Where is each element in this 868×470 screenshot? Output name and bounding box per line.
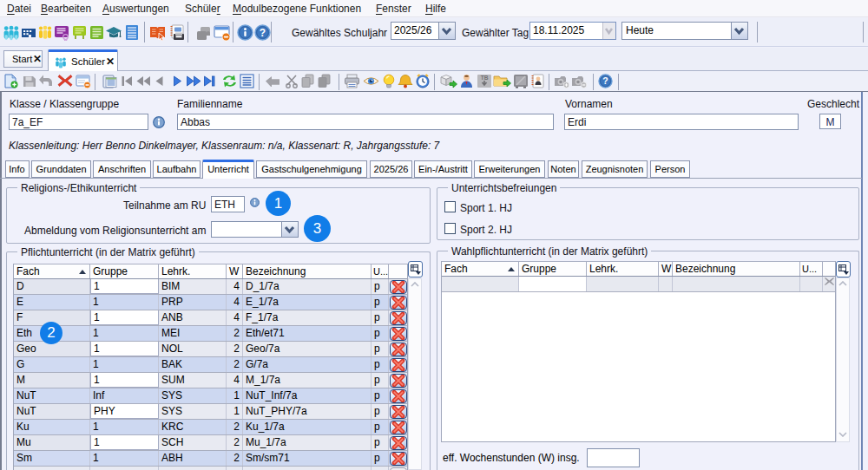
svg-text:?: ?	[260, 27, 266, 39]
svg-text:TB: TB	[481, 75, 489, 81]
svg-text:?: ?	[602, 75, 608, 86]
